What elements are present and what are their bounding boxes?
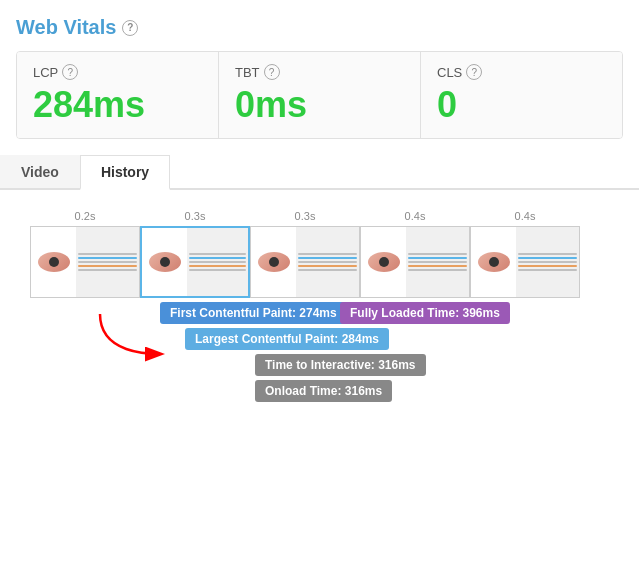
frame-2-left (251, 227, 296, 297)
frame-2 (250, 226, 360, 298)
frames-row: 0.2s 0.3s (0, 210, 639, 298)
line (78, 265, 137, 267)
timeline-label-2: 0.3s (250, 210, 360, 222)
timeline-label-0: 0.2s (30, 210, 140, 222)
frame-0-right (76, 227, 139, 297)
line (298, 269, 357, 271)
line (189, 269, 246, 271)
frame-col-1: 0.3s (140, 210, 250, 298)
line (78, 261, 137, 263)
tabs-section: Video History (0, 155, 639, 190)
lcp-help-icon[interactable]: ? (62, 64, 78, 80)
metric-label-onload: Onload Time: 316ms (255, 380, 392, 402)
vitals-grid: LCP ? 284ms TBT ? 0ms CLS ? 0 (16, 51, 623, 139)
cls-value: 0 (437, 84, 606, 126)
vital-card-lcp: LCP ? 284ms (17, 52, 219, 138)
frame-4-right (516, 227, 579, 297)
vital-card-tbt: TBT ? 0ms (219, 52, 421, 138)
frame-col-2: 0.3s (250, 210, 360, 298)
frame-4-left (471, 227, 516, 297)
timeline-section: 0.2s 0.3s (0, 190, 639, 422)
frame-4-eye (478, 252, 510, 272)
tbt-label: TBT ? (235, 64, 404, 80)
line (78, 253, 137, 255)
line (78, 269, 137, 271)
vital-card-cls: CLS ? 0 (421, 52, 622, 138)
tbt-value: 0ms (235, 84, 404, 126)
web-vitals-header: Web Vitals ? (16, 16, 623, 39)
line (518, 261, 577, 263)
frame-0-eye (38, 252, 70, 272)
line (298, 253, 357, 255)
metric-label-fcp: First Contentful Paint: 274ms (160, 302, 347, 324)
tbt-help-icon[interactable]: ? (264, 64, 280, 80)
frame-1-right (187, 228, 248, 296)
red-arrow-icon (90, 304, 170, 374)
web-vitals-section: Web Vitals ? LCP ? 284ms TBT ? 0ms CLS (0, 0, 639, 139)
frame-3 (360, 226, 470, 298)
frame-3-left (361, 227, 406, 297)
cls-help-icon[interactable]: ? (466, 64, 482, 80)
line (189, 261, 246, 263)
frame-0 (30, 226, 140, 298)
metric-label-flt: Fully Loaded Time: 396ms (340, 302, 510, 324)
line (408, 253, 467, 255)
frame-2-right (296, 227, 359, 297)
metric-label-lcp: Largest Contentful Paint: 284ms (185, 328, 389, 350)
line (408, 269, 467, 271)
frame-3-eye (368, 252, 400, 272)
line (518, 253, 577, 255)
timeline-label-3: 0.4s (360, 210, 470, 222)
frame-1-left (142, 228, 187, 296)
timeline-label-4: 0.4s (470, 210, 580, 222)
line (408, 257, 467, 259)
metric-label-tti: Time to Interactive: 316ms (255, 354, 426, 376)
line (518, 257, 577, 259)
line (189, 253, 246, 255)
line (298, 265, 357, 267)
web-vitals-help-icon[interactable]: ? (122, 20, 138, 36)
web-vitals-title-text: Web Vitals (16, 16, 116, 39)
line (408, 261, 467, 263)
frame-4 (470, 226, 580, 298)
frame-3-right (406, 227, 469, 297)
line (408, 265, 467, 267)
tab-history[interactable]: History (80, 155, 170, 190)
frame-col-4: 0.4s (470, 210, 580, 298)
cls-label: CLS ? (437, 64, 606, 80)
frame-2-eye (258, 252, 290, 272)
line (298, 261, 357, 263)
frame-col-3: 0.4s (360, 210, 470, 298)
lcp-value: 284ms (33, 84, 202, 126)
lcp-label: LCP ? (33, 64, 202, 80)
frame-0-left (31, 227, 76, 297)
line (518, 269, 577, 271)
frame-1 (140, 226, 250, 298)
timeline-label-1: 0.3s (140, 210, 250, 222)
frame-1-eye (149, 252, 181, 272)
line (78, 257, 137, 259)
line (518, 265, 577, 267)
line (298, 257, 357, 259)
frame-col-0: 0.2s (30, 210, 140, 298)
line (189, 265, 246, 267)
line (189, 257, 246, 259)
tab-video[interactable]: Video (0, 155, 80, 188)
metric-labels-area: First Contentful Paint: 274ms Fully Load… (30, 302, 639, 422)
app-container: Web Vitals ? LCP ? 284ms TBT ? 0ms CLS (0, 0, 639, 422)
